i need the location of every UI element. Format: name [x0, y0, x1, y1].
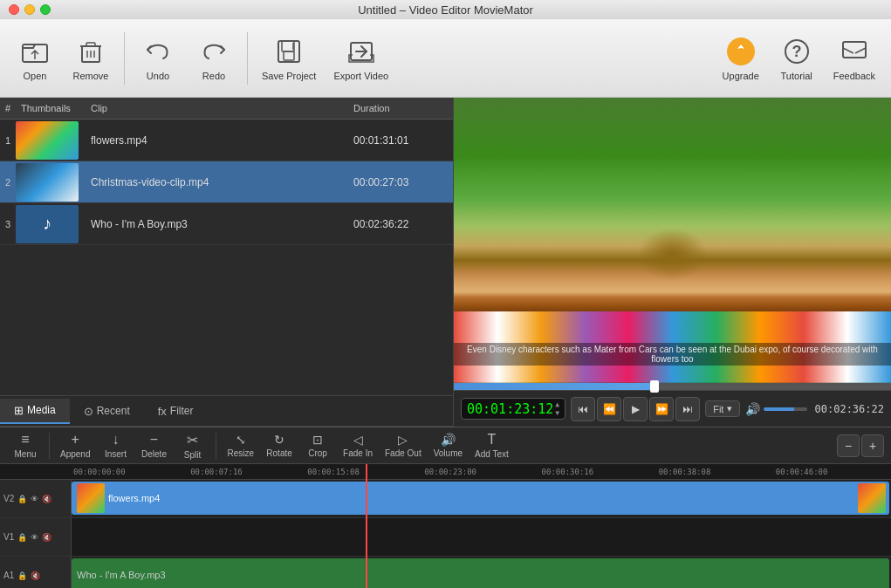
- delete-label: Delete: [141, 449, 167, 459]
- timecode-down[interactable]: ▼: [555, 409, 559, 418]
- v1-mute-icon[interactable]: 🔇: [42, 533, 51, 542]
- fade-out-label: Fade Out: [385, 448, 422, 458]
- ruler-mark-1: 00:00:07:16: [188, 468, 305, 476]
- skip-end-button[interactable]: ⏭: [675, 397, 700, 421]
- minimize-button[interactable]: [24, 4, 35, 15]
- media-tabs: ⊞ Media ⊙ Recent fx Filter: [0, 395, 453, 427]
- a1-mute-icon[interactable]: 🔇: [31, 571, 40, 580]
- track-v1-label: V1 🔒 👁 🔇: [0, 518, 72, 556]
- feedback-label: Feedback: [833, 71, 875, 81]
- svg-rect-8: [282, 41, 294, 51]
- step-back-button[interactable]: ⏪: [597, 397, 621, 421]
- zoom-out-button[interactable]: −: [837, 434, 860, 457]
- fade-out-tool[interactable]: ▷ Fade Out: [380, 429, 427, 462]
- progress-bar[interactable]: [454, 383, 891, 390]
- clip-row-1[interactable]: 1 flowers.mp4 00:01:31:01: [0, 120, 453, 161]
- volume-tool-icon: 🔊: [441, 433, 456, 447]
- svg-rect-9: [284, 51, 294, 60]
- left-panel: # Thumbnails Clip Duration 1 flowers.mp4…: [0, 98, 454, 427]
- col-clip: Clip: [86, 101, 348, 115]
- a1-lock-icon[interactable]: 🔒: [17, 571, 27, 580]
- append-icon: +: [72, 432, 79, 448]
- split-tool[interactable]: ✂ Split: [174, 428, 210, 463]
- v2-mute-icon[interactable]: 🔇: [42, 495, 51, 503]
- remove-button[interactable]: Remove: [65, 31, 117, 86]
- append-tool[interactable]: + Append: [55, 428, 95, 462]
- tutorial-button[interactable]: ? Tutorial: [771, 31, 823, 86]
- svg-line-18: [855, 48, 866, 53]
- right-panel: Even Disney characters such as Mater fro…: [454, 98, 891, 427]
- v2-label-text: V2: [3, 494, 14, 503]
- track-v1-content[interactable]: [72, 518, 891, 556]
- svg-text:?: ?: [792, 43, 801, 60]
- timecode-display[interactable]: 00:01:23:12 ▲ ▼: [461, 398, 565, 420]
- split-icon: ✂: [187, 432, 198, 448]
- crop-label: Crop: [308, 448, 327, 458]
- crop-tool[interactable]: ⊡ Crop: [299, 429, 336, 462]
- ruler-mark-3: 00:00:23:00: [422, 468, 539, 476]
- tab-media[interactable]: ⊞ Media: [0, 399, 70, 424]
- volume-icon[interactable]: 🔊: [745, 402, 760, 416]
- timecode-up[interactable]: ▲: [555, 400, 559, 409]
- insert-tool[interactable]: ↓ Insert: [97, 428, 134, 462]
- total-duration: 00:02:36:22: [815, 403, 884, 415]
- upgrade-button[interactable]: Upgrade: [715, 31, 767, 86]
- clip-thumb-1: [16, 121, 79, 160]
- tab-filter[interactable]: fx Filter: [144, 400, 208, 423]
- svg-rect-6: [86, 43, 95, 46]
- timeline-ruler: 00:00:00:00 00:00:07:16 00:00:15:08 00:0…: [0, 464, 891, 480]
- ruler-mark-0: 00:00:00:00: [72, 468, 188, 476]
- clip-duration-2: 00:00:27:03: [348, 176, 453, 188]
- tl-divider-1: [49, 433, 50, 459]
- fade-in-tool[interactable]: ◁ Fade In: [338, 429, 378, 462]
- audio-clip[interactable]: Who - I'm A Boy.mp3: [72, 558, 889, 588]
- redo-button[interactable]: Redo: [188, 31, 240, 86]
- upgrade-label: Upgrade: [723, 71, 759, 81]
- fullscreen-button[interactable]: [40, 4, 51, 15]
- zoom-in-button[interactable]: +: [861, 434, 884, 457]
- close-button[interactable]: [9, 4, 19, 15]
- fit-dropdown[interactable]: Fit ▾: [705, 400, 740, 417]
- flowers-video-clip[interactable]: flowers.mp4: [72, 482, 889, 515]
- v1-eye-icon[interactable]: 👁: [31, 533, 38, 542]
- volume-slider[interactable]: [764, 407, 807, 411]
- menu-tool[interactable]: ≡ Menu: [7, 428, 44, 462]
- volume-tool[interactable]: 🔊 Volume: [428, 429, 468, 462]
- delete-tool[interactable]: − Delete: [135, 428, 172, 462]
- traffic-lights[interactable]: [9, 4, 51, 15]
- split-label: Split: [184, 450, 201, 460]
- undo-icon: [142, 36, 174, 67]
- a1-label-text: A1: [3, 571, 14, 580]
- timecode-arrows[interactable]: ▲ ▼: [555, 400, 559, 417]
- tab-recent[interactable]: ⊙ Recent: [70, 400, 144, 423]
- svg-point-13: [727, 38, 755, 65]
- playhead[interactable]: [366, 464, 367, 588]
- progress-handle[interactable]: [650, 380, 659, 393]
- timeline-toolbar: ≡ Menu + Append ↓ Insert − Delete ✂ Spli…: [0, 427, 891, 464]
- resize-tool[interactable]: ⤡ Resize: [222, 429, 259, 462]
- title-bar: Untitled – Video Editor MovieMator: [0, 0, 891, 19]
- export-video-button[interactable]: Export Video: [326, 31, 395, 86]
- clip-row-3[interactable]: 3 ♪ Who - I'm A Boy.mp3 00:02:36:22: [0, 203, 453, 245]
- v2-lock-icon[interactable]: 🔒: [17, 495, 27, 503]
- timeline-section: ≡ Menu + Append ↓ Insert − Delete ✂ Spli…: [0, 427, 891, 588]
- open-button[interactable]: Open: [9, 31, 61, 86]
- clip-duration-3: 00:02:36:22: [348, 218, 453, 230]
- play-pause-button[interactable]: ▶: [623, 397, 648, 421]
- track-a1-content[interactable]: Who - I'm A Boy.mp3: [72, 557, 891, 588]
- step-forward-button[interactable]: ⏩: [649, 397, 674, 421]
- track-v2-content[interactable]: flowers.mp4: [72, 480, 891, 517]
- clip-num-3: 3: [0, 219, 16, 229]
- save-project-button[interactable]: Save Project: [255, 31, 323, 86]
- undo-button[interactable]: Undo: [132, 31, 184, 86]
- col-duration: Duration: [348, 101, 453, 115]
- rotate-tool[interactable]: ↻ Rotate: [261, 429, 298, 462]
- add-text-tool[interactable]: T Add Text: [469, 428, 514, 462]
- feedback-button[interactable]: Feedback: [826, 31, 882, 86]
- v1-lock-icon[interactable]: 🔒: [17, 533, 27, 542]
- filter-icon: fx: [158, 405, 167, 418]
- clip-row-2[interactable]: 2 Christmas-video-clip.mp4 00:00:27:03: [0, 161, 453, 203]
- preview-controls: 00:01:23:12 ▲ ▼ ⏮ ⏪ ▶ ⏩ ⏭ Fit ▾: [454, 390, 891, 427]
- skip-start-button[interactable]: ⏮: [571, 397, 595, 421]
- v2-eye-icon[interactable]: 👁: [31, 495, 38, 503]
